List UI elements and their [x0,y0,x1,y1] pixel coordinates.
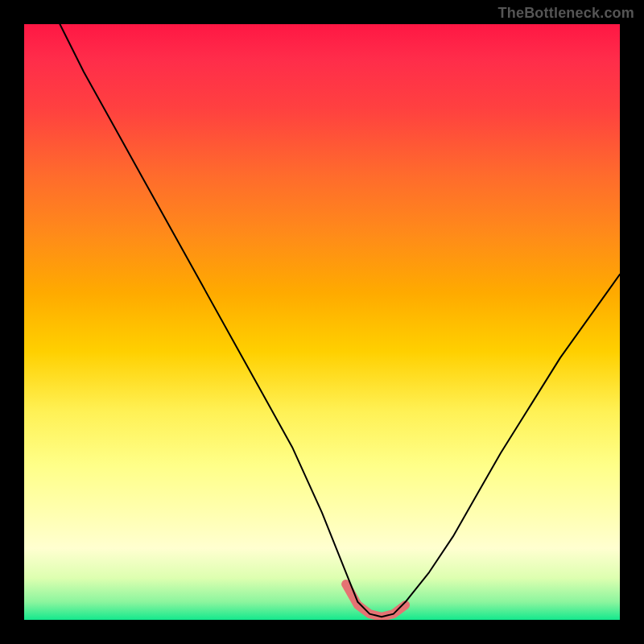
attribution-watermark: TheBottleneck.com [498,5,634,22]
chart-frame: TheBottleneck.com [0,0,644,644]
chart-svg [24,24,620,620]
plot-area [24,24,620,620]
bottleneck-curve [60,24,620,617]
